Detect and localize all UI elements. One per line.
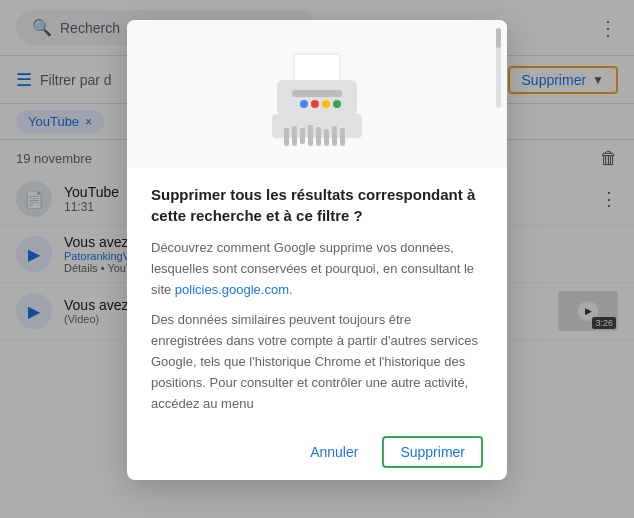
svg-rect-0: [294, 54, 340, 82]
svg-point-3: [300, 100, 308, 108]
shredder-illustration: [262, 52, 372, 152]
modal-overlay: Supprimer tous les résultats corresponda…: [0, 0, 634, 518]
modal-illustration: [127, 20, 507, 168]
svg-rect-11: [308, 125, 313, 146]
svg-point-4: [311, 100, 319, 108]
svg-rect-15: [340, 128, 345, 146]
modal-body-1: Découvrez comment Google supprime vos do…: [151, 238, 483, 300]
modal-body-2: Des données similaires peuvent toujours …: [151, 310, 483, 414]
confirm-modal: Supprimer tous les résultats corresponda…: [127, 20, 507, 480]
modal-footer: Annuler Supprimer: [127, 424, 507, 480]
cancel-button[interactable]: Annuler: [294, 436, 374, 468]
svg-rect-1: [277, 80, 357, 116]
delete-confirm-button[interactable]: Supprimer: [382, 436, 483, 468]
svg-rect-13: [324, 129, 329, 146]
modal-title: Supprimer tous les résultats corresponda…: [151, 184, 483, 226]
modal-content: Supprimer tous les résultats corresponda…: [127, 168, 507, 424]
svg-point-5: [322, 100, 330, 108]
policies-link[interactable]: policies.google.com: [175, 282, 289, 297]
scroll-track[interactable]: [496, 28, 501, 108]
svg-rect-2: [292, 90, 342, 97]
svg-rect-10: [300, 128, 305, 144]
svg-rect-8: [284, 128, 289, 146]
svg-rect-9: [292, 126, 297, 146]
svg-point-6: [333, 100, 341, 108]
svg-rect-12: [316, 127, 321, 146]
svg-rect-14: [332, 126, 337, 146]
